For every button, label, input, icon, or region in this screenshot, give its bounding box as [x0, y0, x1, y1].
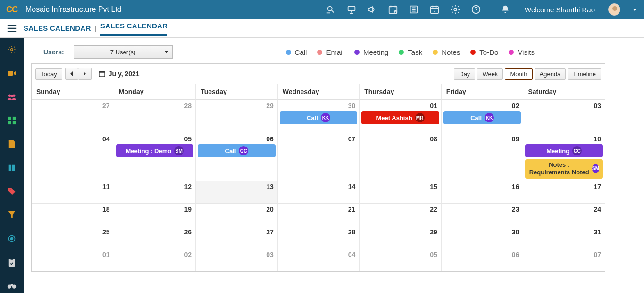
legend-item[interactable]: Meeting: [354, 48, 388, 56]
sidebar-filter-icon[interactable]: [7, 210, 17, 220]
date-number: 03: [594, 102, 601, 110]
legend-item[interactable]: Email: [317, 48, 344, 56]
legend-item[interactable]: Visits: [509, 48, 535, 56]
calendar-cell[interactable]: 22: [359, 203, 441, 226]
avatar[interactable]: [608, 3, 620, 16]
sidebar-binoculars-icon[interactable]: [7, 281, 17, 291]
next-button[interactable]: [78, 68, 92, 80]
megaphone-icon[interactable]: [367, 4, 377, 15]
calendar-cell[interactable]: 26: [114, 226, 196, 249]
today-button[interactable]: Today: [35, 68, 62, 80]
svg-point-0: [328, 7, 332, 11]
sidebar-people-icon[interactable]: [7, 92, 17, 102]
calendar-cell[interactable]: 09: [441, 133, 523, 181]
bell-icon[interactable]: [500, 4, 510, 15]
calendar-check-icon[interactable]: [388, 4, 398, 15]
calendar-cell[interactable]: 20: [195, 203, 277, 226]
event-meeting[interactable]: MeetingGC: [525, 144, 603, 157]
calendar-cell[interactable]: 19: [114, 203, 196, 226]
view-timeline-button[interactable]: Timeline: [568, 68, 601, 80]
view-agenda-button[interactable]: Agenda: [535, 68, 566, 80]
gear-icon[interactable]: [450, 4, 460, 15]
calendar-cell[interactable]: 03: [523, 100, 605, 133]
calendar-cell[interactable]: 13: [195, 181, 277, 203]
calendar-cell[interactable]: 07: [277, 133, 360, 181]
calendar-cell[interactable]: 06: [441, 249, 523, 271]
event-call[interactable]: CallGC: [198, 144, 276, 157]
calendar-date-icon[interactable]: 2: [429, 4, 440, 15]
view-day-button[interactable]: Day: [454, 68, 475, 80]
calendar-week: 27282930CallKK01Meet AshishMR02CallKK03: [32, 100, 605, 133]
calendar-cell[interactable]: 11: [32, 181, 114, 203]
calendar-cell[interactable]: 28: [277, 226, 360, 249]
calendar-cell[interactable]: 12: [114, 181, 196, 203]
calendar-cell[interactable]: 27: [32, 100, 114, 133]
list-icon[interactable]: [409, 4, 419, 15]
period-label[interactable]: July, 2021: [98, 70, 140, 78]
sidebar-grid-icon[interactable]: [7, 115, 17, 126]
date-number: 07: [594, 251, 601, 259]
sidebar-tag-icon[interactable]: [7, 186, 17, 197]
search-scope-icon[interactable]: [326, 4, 336, 15]
calendar-cell[interactable]: 02: [114, 249, 196, 271]
breadcrumb-root[interactable]: SALES CALENDAR: [24, 24, 91, 32]
calendar-cell[interactable]: 02CallKK: [441, 100, 523, 133]
hamburger-button[interactable]: [0, 24, 24, 33]
help-icon[interactable]: [471, 4, 481, 15]
sidebar-video-icon[interactable]: [7, 68, 17, 78]
event-call[interactable]: CallKK: [443, 111, 521, 124]
legend-dot-icon: [433, 50, 438, 55]
presentation-icon[interactable]: [346, 4, 357, 15]
sidebar-note-icon[interactable]: [7, 139, 17, 149]
calendar-cell[interactable]: 18: [32, 203, 114, 226]
event-todo[interactable]: Meet AshishMR: [361, 111, 439, 124]
view-month-button[interactable]: Month: [505, 68, 532, 80]
calendar-cell[interactable]: 29: [359, 226, 441, 249]
calendar-cell[interactable]: 25: [32, 226, 114, 249]
date-number: 16: [512, 183, 519, 190]
legend-dot-icon: [509, 50, 514, 55]
date-number: 08: [430, 135, 437, 143]
calendar-cell[interactable]: 04: [277, 249, 360, 271]
event-call[interactable]: CallKK: [280, 111, 358, 124]
calendar-cell[interactable]: 28: [114, 100, 196, 133]
calendar-cell[interactable]: 15: [359, 181, 441, 203]
calendar-cell[interactable]: 23: [441, 203, 523, 226]
svg-point-9: [11, 49, 13, 51]
sidebar-target-icon[interactable]: [7, 233, 17, 244]
calendar-cell[interactable]: 03: [195, 249, 277, 271]
legend-item[interactable]: Call: [286, 48, 307, 56]
legend-item[interactable]: To-Do: [470, 48, 498, 56]
legend-item[interactable]: Notes: [433, 48, 460, 56]
sidebar-book-icon[interactable]: [7, 163, 17, 173]
calendar-cell[interactable]: 29: [195, 100, 277, 133]
calendar-cell[interactable]: 27: [195, 226, 277, 249]
calendar-cell[interactable]: 06CallGC: [195, 133, 277, 181]
calendar-cell[interactable]: 24: [523, 203, 605, 226]
calendar-cell[interactable]: 14: [277, 181, 360, 203]
event-meeting[interactable]: Meeting : DemoSM: [116, 144, 194, 157]
calendar-cell[interactable]: 01Meet AshishMR: [359, 100, 441, 133]
sidebar-gear-icon[interactable]: [7, 44, 17, 55]
calendar-cell[interactable]: 08: [359, 133, 441, 181]
calendar-cell[interactable]: 21: [277, 203, 360, 226]
calendar-cell[interactable]: 31: [523, 226, 605, 249]
calendar-cell[interactable]: 30CallKK: [277, 100, 360, 133]
day-header: Tuesday: [195, 84, 277, 100]
legend-item[interactable]: Task: [399, 48, 422, 56]
calendar-cell[interactable]: 05: [359, 249, 441, 271]
calendar-cell[interactable]: 16: [441, 181, 523, 203]
user-menu-caret-icon[interactable]: [633, 9, 636, 11]
users-select[interactable]: 7 User(s): [74, 45, 173, 59]
calendar-cell[interactable]: 01: [32, 249, 114, 271]
view-week-button[interactable]: Week: [477, 68, 503, 80]
calendar-cell[interactable]: 04: [32, 133, 114, 181]
calendar-cell[interactable]: 07: [523, 249, 605, 271]
calendar-cell[interactable]: 05Meeting : DemoSM: [114, 133, 196, 181]
calendar-cell[interactable]: 10MeetingGCNotes : Requirements Noted SM: [523, 133, 605, 181]
calendar-cell[interactable]: 30: [441, 226, 523, 249]
sidebar-clipboard-icon[interactable]: [7, 257, 17, 267]
calendar-cell[interactable]: 17: [523, 181, 605, 203]
event-notes[interactable]: Notes : Requirements Noted SM: [525, 159, 603, 179]
prev-button[interactable]: [65, 68, 78, 80]
